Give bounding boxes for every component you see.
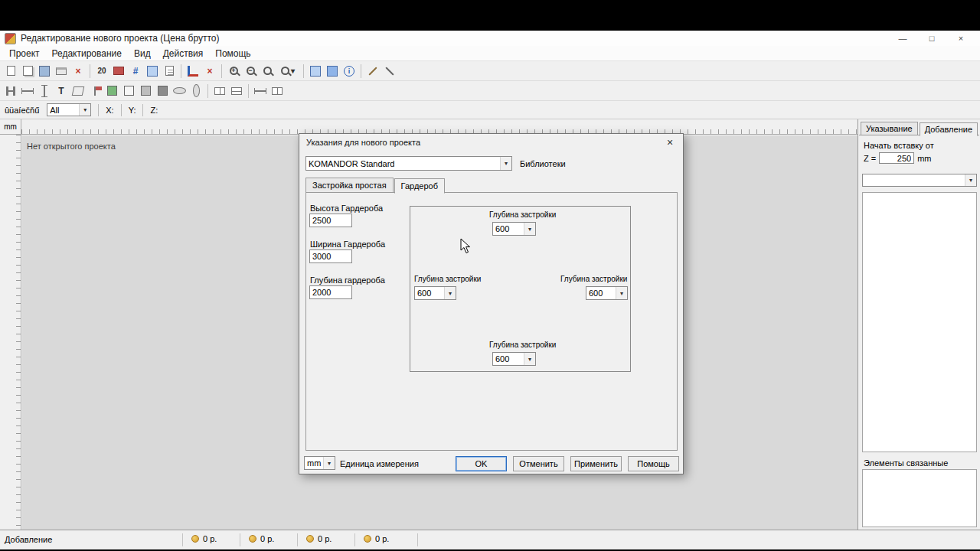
separator bbox=[417, 533, 418, 546]
wardrobe-depth-label: Глубина гардероба bbox=[310, 276, 385, 285]
empty-project-message: Нет открытого проекта bbox=[27, 142, 116, 151]
dimension-h-button[interactable] bbox=[19, 83, 36, 99]
unit-value: mm bbox=[305, 458, 323, 468]
depth-top-combo[interactable]: 600 ▾ bbox=[492, 222, 536, 236]
help-button[interactable]: Помощь bbox=[628, 456, 679, 471]
print-icon bbox=[56, 67, 67, 75]
wardrobe-height-input[interactable] bbox=[309, 214, 352, 227]
wardrobe-depth-input[interactable] bbox=[309, 285, 352, 299]
cut-tool-button[interactable]: × bbox=[201, 63, 218, 80]
chevron-down-icon: ▾ bbox=[500, 157, 511, 170]
panel-white-button[interactable] bbox=[120, 83, 137, 99]
tab-adding[interactable]: Добавление bbox=[920, 122, 978, 136]
open-project-button[interactable] bbox=[19, 63, 36, 80]
scale-20-button[interactable]: 20 bbox=[93, 63, 110, 80]
insert-preview-area[interactable] bbox=[862, 192, 977, 452]
zoom-out-button[interactable]: − bbox=[242, 63, 259, 80]
view-iso-button[interactable] bbox=[324, 63, 341, 80]
depth-bottom-combo[interactable]: 600 ▾ bbox=[492, 352, 536, 366]
split-horizontal-icon bbox=[231, 87, 242, 95]
unit-combo[interactable]: mm ▾ bbox=[304, 456, 335, 470]
align-tool-button[interactable] bbox=[252, 83, 269, 99]
filter-combo[interactable]: All ▾ bbox=[47, 103, 91, 116]
profile-icon bbox=[6, 86, 15, 96]
split-vertical-icon bbox=[214, 87, 225, 95]
separator bbox=[207, 84, 208, 98]
tab-wardrobe[interactable]: Гардероб bbox=[394, 178, 445, 194]
grid-icon: # bbox=[133, 67, 139, 76]
zoom-in-button[interactable]: + bbox=[225, 63, 242, 80]
save-project-button[interactable] bbox=[36, 63, 53, 80]
apply-button[interactable]: Применить bbox=[570, 456, 622, 471]
config-tool-button[interactable] bbox=[381, 63, 398, 80]
depth-bottom-value: 600 bbox=[493, 354, 524, 364]
cancel-button[interactable]: Отменить bbox=[513, 456, 564, 471]
dialog-close-button[interactable]: × bbox=[663, 135, 677, 149]
menu-project[interactable]: Проект bbox=[3, 48, 46, 59]
document-preview-button[interactable] bbox=[161, 63, 178, 80]
split-vertical-button[interactable] bbox=[211, 83, 228, 99]
linked-elements-list[interactable] bbox=[862, 469, 977, 527]
view-front-button[interactable] bbox=[307, 63, 324, 80]
new-project-button[interactable] bbox=[2, 63, 19, 80]
depth-right-value: 600 bbox=[586, 289, 616, 298]
measure-mode-button[interactable] bbox=[110, 63, 127, 80]
window-title: Редактирование нового проекта (Цена брут… bbox=[21, 33, 219, 44]
info-button[interactable]: i bbox=[341, 63, 358, 80]
depth-right-combo[interactable]: 600 ▾ bbox=[586, 286, 628, 300]
text-tool-button[interactable]: T bbox=[53, 83, 70, 99]
separator bbox=[297, 533, 298, 546]
lens-v-button[interactable] bbox=[188, 83, 204, 99]
close-button[interactable]: × bbox=[946, 31, 975, 46]
corner-tool-button[interactable] bbox=[185, 63, 201, 80]
toolbar-tools: T bbox=[0, 81, 980, 101]
coin-icon bbox=[364, 535, 371, 543]
panel-dark-button[interactable] bbox=[154, 83, 171, 99]
depth-left-combo[interactable]: 600 ▾ bbox=[414, 286, 456, 300]
separator bbox=[121, 104, 122, 116]
node-tool-button[interactable] bbox=[87, 83, 103, 99]
panel-green-button[interactable] bbox=[103, 83, 120, 99]
menu-edit[interactable]: Редактирование bbox=[46, 48, 128, 59]
insert-element-combo[interactable]: ▾ bbox=[862, 174, 977, 187]
lens-h-button[interactable] bbox=[171, 83, 188, 99]
print-button[interactable] bbox=[53, 63, 70, 80]
screen: Редактирование нового проекта (Цена брут… bbox=[0, 0, 980, 551]
y-coordinate-label: Y: bbox=[129, 106, 136, 115]
grid-toggle-button[interactable]: # bbox=[127, 63, 144, 80]
z-input[interactable] bbox=[879, 152, 914, 164]
panel-gray-button[interactable] bbox=[137, 83, 154, 99]
edit-tool-button[interactable] bbox=[364, 63, 381, 80]
split-horizontal-button[interactable] bbox=[228, 83, 245, 99]
polygon-tool-button[interactable] bbox=[70, 83, 87, 99]
menu-view[interactable]: Вид bbox=[128, 48, 157, 59]
open-document-icon bbox=[23, 66, 33, 76]
maximize-button[interactable]: □ bbox=[917, 31, 946, 46]
zoom-select-button[interactable]: ▾ bbox=[276, 63, 300, 80]
minimize-button[interactable]: — bbox=[888, 31, 917, 46]
tab-simple-layout[interactable]: Застройка простая bbox=[305, 178, 394, 193]
info-icon: i bbox=[344, 66, 354, 77]
dimension-v-button[interactable] bbox=[36, 83, 53, 99]
separator bbox=[354, 533, 355, 546]
profile-tool-button[interactable] bbox=[2, 83, 19, 99]
price-value: 0 р. bbox=[203, 534, 217, 543]
chevron-down-icon: ▾ bbox=[965, 174, 976, 186]
library-combo[interactable]: KOMANDOR Standard ▾ bbox=[305, 156, 512, 171]
chevron-down-icon: ▾ bbox=[79, 104, 90, 116]
menu-help[interactable]: Помощь bbox=[209, 48, 256, 59]
depth-left-value: 600 bbox=[415, 289, 444, 298]
menu-actions[interactable]: Действия bbox=[157, 48, 210, 59]
wardrobe-width-input[interactable] bbox=[309, 249, 352, 263]
tab-pointing[interactable]: Указывание bbox=[861, 122, 918, 135]
chevron-down-icon: ▾ bbox=[616, 287, 627, 299]
separator bbox=[98, 104, 99, 116]
zoom-window-button[interactable] bbox=[259, 63, 276, 80]
ok-button[interactable]: OK bbox=[456, 456, 507, 471]
snap-tool-button[interactable] bbox=[269, 83, 286, 99]
right-panel-tabs: Указывание Добавление bbox=[861, 121, 979, 135]
save-icon bbox=[39, 66, 50, 77]
panel-view-button[interactable] bbox=[144, 63, 161, 80]
close-project-button[interactable]: × bbox=[70, 63, 87, 80]
titlebar: Редактирование нового проекта (Цена брут… bbox=[0, 31, 980, 46]
